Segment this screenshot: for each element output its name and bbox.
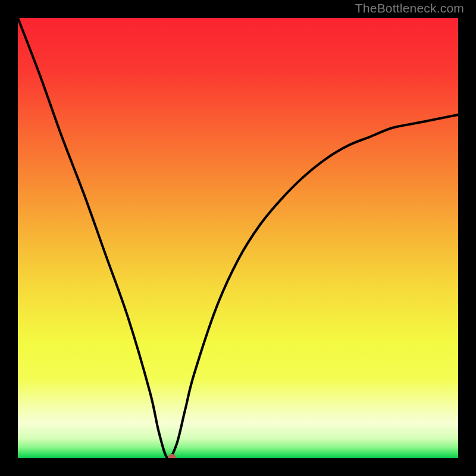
plot-area xyxy=(18,18,458,458)
minimum-marker-icon xyxy=(168,454,176,458)
bottleneck-curve xyxy=(18,18,458,458)
watermark-text: TheBottleneck.com xyxy=(355,1,464,15)
chart-frame: TheBottleneck.com xyxy=(0,0,476,476)
